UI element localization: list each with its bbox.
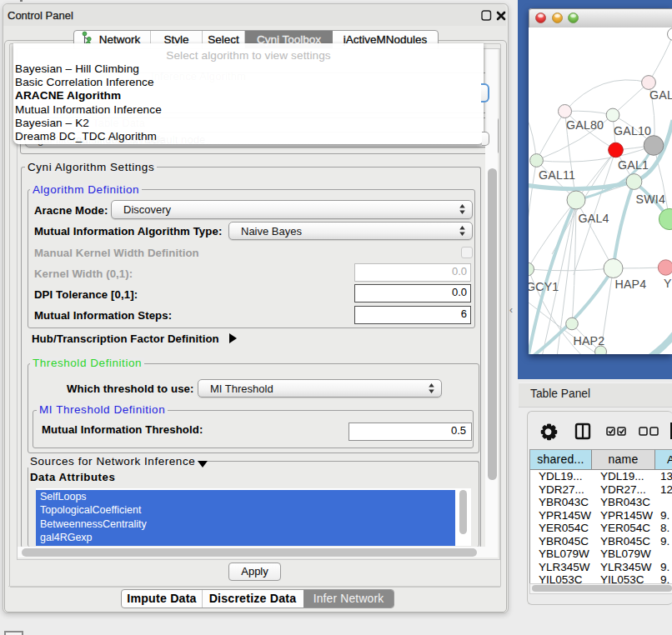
svg-text:GAL11: GAL11 — [539, 168, 575, 182]
svg-text:HAP4: HAP4 — [615, 278, 647, 291]
svg-text:HAP2: HAP2 — [574, 334, 605, 348]
svg-text:Y: Y — [664, 277, 672, 290]
svg-text:GAL80: GAL80 — [566, 118, 604, 132]
svg-text:SWI4: SWI4 — [636, 192, 666, 206]
svg-text:GAL4: GAL4 — [579, 212, 609, 225]
svg-text:GAL2: GAL2 — [649, 88, 672, 102]
svg-text:GAL1: GAL1 — [618, 158, 649, 172]
svg-text:GAL10: GAL10 — [614, 124, 651, 138]
svg-text:GCY1: GCY1 — [529, 280, 559, 293]
